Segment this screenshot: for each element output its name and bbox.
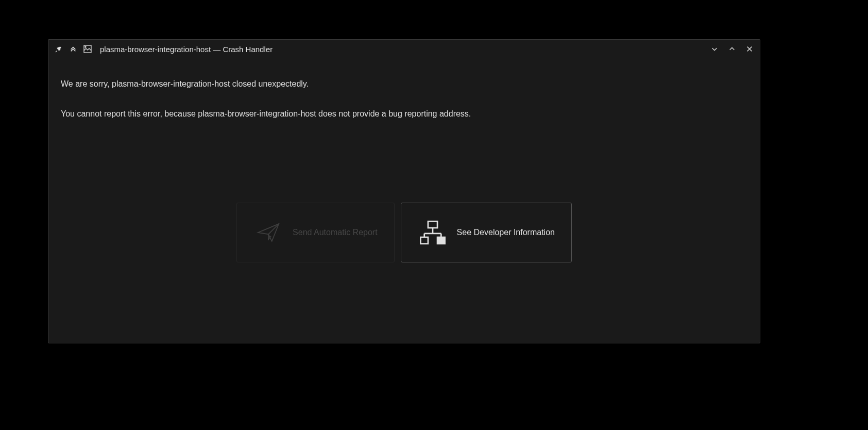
paper-plane-icon <box>253 218 283 247</box>
crash-handler-window: plasma-browser-integration-host — Crash … <box>48 39 760 343</box>
minimize-button[interactable] <box>710 45 719 53</box>
close-button[interactable] <box>745 45 754 53</box>
svg-rect-3 <box>420 237 428 244</box>
svg-rect-2 <box>428 221 437 228</box>
window-title: plasma-browser-integration-host — Crash … <box>100 45 273 54</box>
developer-info-icon <box>418 218 448 247</box>
see-developer-info-button[interactable]: See Developer Information <box>401 203 572 262</box>
keep-above-icon[interactable] <box>69 45 77 53</box>
send-report-label: Send Automatic Report <box>293 228 378 237</box>
send-automatic-report-button: Send Automatic Report <box>236 203 395 262</box>
svg-rect-4 <box>437 237 445 244</box>
titlebar-left: plasma-browser-integration-host — Crash … <box>55 45 273 54</box>
action-buttons-row: Send Automatic Report See Developer Info <box>61 203 747 262</box>
developer-info-label: See Developer Information <box>457 228 555 237</box>
titlebar: plasma-browser-integration-host — Crash … <box>48 40 760 58</box>
pin-icon[interactable] <box>55 45 63 53</box>
svg-point-1 <box>85 46 86 47</box>
titlebar-right <box>710 45 754 53</box>
crash-message-line2: You cannot report this error, because pl… <box>61 108 747 120</box>
app-icon[interactable] <box>83 45 92 53</box>
maximize-button[interactable] <box>728 45 736 53</box>
crash-message-line1: We are sorry, plasma-browser-integration… <box>61 78 747 90</box>
content-area: We are sorry, plasma-browser-integration… <box>48 58 760 275</box>
